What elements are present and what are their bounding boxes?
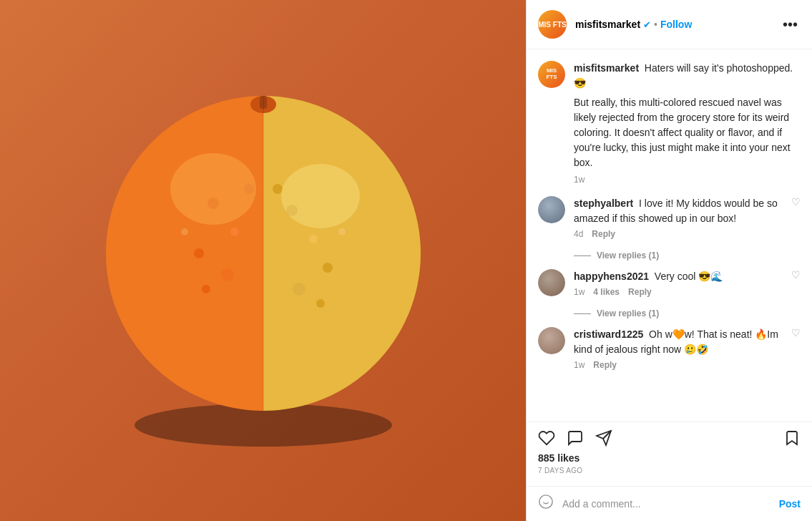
bookmark-icon [783,429,801,447]
share-button[interactable] [595,429,612,447]
share-icon [595,429,612,447]
more-options-button[interactable]: ••• [780,16,801,33]
heart-icon-main [538,429,555,447]
commenter-username-1[interactable]: stephyalbert [574,198,633,209]
action-icons-row [538,429,801,447]
comment-icon [567,429,584,447]
comment-input[interactable] [562,498,771,510]
post-date: 7 DAYS AGO [538,467,801,474]
post-image [0,0,526,521]
svg-point-6 [194,248,204,258]
comment-meta-1: stephyalbert I love it! My kiddos would … [574,196,783,239]
avatar-img-3 [538,327,565,354]
likes-count: 885 likes [538,452,801,464]
comment-actions-1: 4d Reply [574,229,783,239]
comment-likes-2: 4 likes [593,287,620,297]
bookmark-button[interactable] [783,429,801,447]
comment-text-1: stephyalbert I love it! My kiddos would … [574,196,783,226]
caption-timestamp: 1w [574,175,801,185]
dash-2 [574,313,591,314]
commenter-username-2[interactable]: happyhens2021 [574,271,649,282]
svg-point-9 [181,228,188,235]
caption-text: misfitsmarket Haters will say it's photo… [574,61,801,91]
svg-point-11 [170,153,256,225]
caption-username[interactable]: misfitsmarket [574,62,639,74]
comment-time-3: 1w [574,360,584,370]
emoji-icon [538,494,554,510]
action-bar: 885 likes 7 DAYS AGO [527,422,812,486]
caption-avatar[interactable]: MISFTS [538,61,565,88]
svg-point-19 [316,299,325,308]
dot-separator: • [654,19,657,30]
follow-button[interactable]: Follow [660,19,692,30]
right-panel: MIS FTS misfitsmarket ✔ • Follow ••• MIS… [526,0,812,521]
heart-icon-1: ♡ [791,196,801,208]
heart-icon-2: ♡ [791,269,801,281]
comment-time-1: 4d [574,229,583,239]
svg-point-7 [221,268,234,281]
comment-meta-3: cristiward1225 Oh w🧡w! That is neat! 🔥Im… [574,327,783,370]
add-comment-bar: Post [527,486,812,521]
comment-like-2[interactable]: ♡ [791,269,801,281]
comment-actions-2: 1w 4 likes Reply [574,287,783,297]
commenter-username-3[interactable]: cristiward1225 [574,328,643,340]
caption-content: misfitsmarket Haters will say it's photo… [574,61,801,185]
comment-button[interactable] [567,429,584,447]
heart-icon-3: ♡ [791,327,801,339]
avatar-img-1 [538,196,565,223]
comment-meta-2: happyhens2021 Very cool 😎🌊 1w 4 likes Re… [574,269,783,297]
view-replies-row-1: View replies (1) [574,250,801,260]
header-avatar[interactable]: MIS FTS [538,10,567,39]
header-info: misfitsmarket ✔ • Follow [575,19,780,30]
emoji-button[interactable] [538,494,554,514]
view-replies-row-2: View replies (1) [574,308,801,318]
svg-point-15 [323,263,333,273]
reply-button-2[interactable]: Reply [628,287,652,297]
reply-button-1[interactable]: Reply [592,229,615,239]
comment-time-2: 1w [574,287,584,297]
like-button[interactable] [538,429,555,447]
comment-block: stephyalbert I love it! My kiddos would … [538,196,801,239]
svg-point-10 [202,285,210,293]
comment-text-3: cristiward1225 Oh w🧡w! That is neat! 🔥Im… [574,327,783,357]
comment-block-3: cristiward1225 Oh w🧡w! That is neat! 🔥Im… [538,327,801,370]
comment-avatar-1[interactable] [538,196,565,223]
svg-point-20 [281,164,360,228]
svg-point-18 [338,228,346,235]
view-replies-button-1[interactable]: View replies (1) [597,250,659,260]
comment-body-2: Very cool 😎🌊 [655,271,723,282]
avatar-img-2 [538,269,565,296]
comment-block-2: happyhens2021 Very cool 😎🌊 1w 4 likes Re… [538,269,801,297]
comment-text-2: happyhens2021 Very cool 😎🌊 [574,269,783,284]
username-row: misfitsmarket ✔ • Follow [575,19,780,30]
comment-avatar-2[interactable] [538,269,565,296]
svg-point-16 [293,283,305,296]
reply-button-3[interactable]: Reply [593,360,617,370]
caption-extended-text: But really, this multi-colored rescued n… [574,95,801,170]
post-comment-button[interactable]: Post [779,498,801,510]
svg-point-14 [309,235,318,243]
verified-icon: ✔ [643,19,651,30]
caption-block: MISFTS misfitsmarket Haters will say it'… [538,61,801,185]
header-username[interactable]: misfitsmarket [575,19,640,30]
svg-point-17 [273,184,283,194]
comment-like-1[interactable]: ♡ [791,196,801,208]
svg-point-26 [539,495,552,508]
comment-actions-3: 1w Reply [574,360,783,370]
dash-1 [574,255,591,256]
post-header: MIS FTS misfitsmarket ✔ • Follow ••• [527,0,812,49]
caption-avatar-text: MISFTS [546,68,557,81]
comment-avatar-3[interactable] [538,327,565,354]
view-replies-button-2[interactable]: View replies (1) [597,308,659,318]
svg-point-5 [230,228,239,236]
comment-like-3[interactable]: ♡ [791,327,801,339]
comments-section: MISFTS misfitsmarket Haters will say it'… [527,49,812,422]
avatar-text: MIS FTS [538,21,566,29]
orange-fruit-image [70,60,456,461]
